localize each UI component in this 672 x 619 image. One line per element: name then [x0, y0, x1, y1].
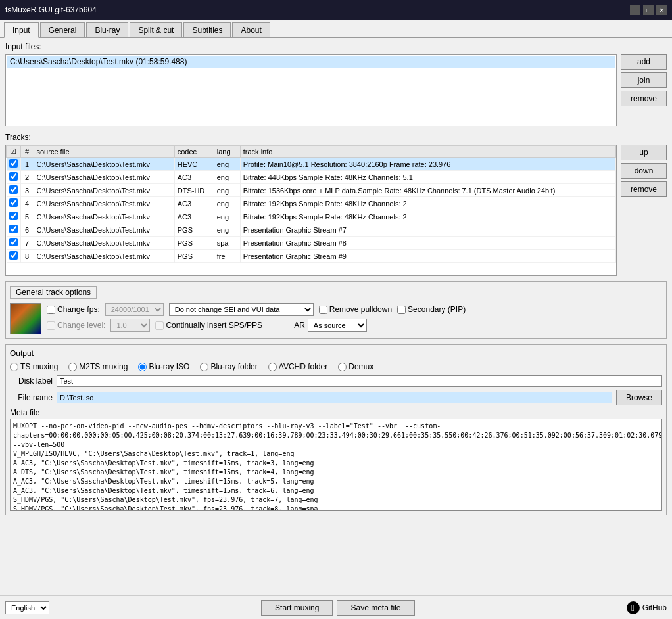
main-tabs: Input General Blu-ray Split & cut Subtit… — [0, 20, 672, 38]
col-check: ☑ — [7, 146, 21, 158]
row-num: 8 — [20, 250, 34, 263]
row-source: C:\Users\Sascha\Desktop\Test.mkv — [34, 184, 174, 197]
row-check[interactable] — [7, 223, 21, 237]
row-info: Presentation Graphic Stream #7 — [240, 223, 615, 237]
tab-subtitles[interactable]: Subtitles — [183, 22, 231, 37]
tab-input[interactable]: Input — [4, 22, 39, 38]
row-num: 1 — [20, 158, 34, 171]
tab-split-cut[interactable]: Split & cut — [130, 22, 182, 37]
tracks-table-container[interactable]: ☑ # source file codec lang track info 1 … — [5, 145, 617, 276]
tab-general[interactable]: General — [40, 22, 85, 37]
up-button[interactable]: up — [621, 145, 667, 160]
row-codec: HEVC — [174, 158, 214, 171]
fps-select[interactable]: 24000/1001 — [105, 303, 164, 316]
maximize-button[interactable]: □ — [643, 5, 654, 15]
tracks-layout: ☑ # source file codec lang track info 1 … — [5, 145, 667, 276]
row-info: Presentation Graphic Stream #9 — [240, 250, 615, 263]
secondary-pip-label[interactable]: Secondary (PIP) — [397, 305, 466, 314]
row-info: Bitrate: 192Kbps Sample Rate: 48KHz Chan… — [240, 210, 615, 223]
row-check[interactable] — [7, 210, 21, 223]
mode-bluray-iso-radio[interactable] — [138, 363, 147, 371]
mode-demux[interactable]: Demux — [338, 362, 373, 371]
output-title: Output — [10, 349, 662, 358]
row-lang: eng — [214, 223, 240, 237]
close-button[interactable]: ✕ — [656, 5, 667, 15]
add-button[interactable]: add — [621, 54, 667, 70]
change-fps-checkbox[interactable] — [47, 306, 55, 314]
input-files-label: Input files: — [5, 42, 667, 51]
row-lang: eng — [214, 210, 240, 223]
remove-pulldown-label[interactable]: Remove pulldown — [319, 305, 392, 314]
tab-bluray[interactable]: Blu-ray — [86, 22, 128, 37]
table-row[interactable]: 4 C:\Users\Sascha\Desktop\Test.mkv AC3 e… — [7, 197, 616, 210]
level-row: Change level: 1.0 Continually insert SPS… — [47, 319, 662, 332]
remove-track-button[interactable]: remove — [621, 181, 667, 197]
mode-m2ts-radio[interactable] — [68, 363, 77, 371]
row-lang: eng — [214, 184, 240, 197]
input-layout: C:\Users\Sascha\Desktop\Test.mkv (01:58:… — [5, 54, 667, 129]
options-title: General track options — [10, 286, 97, 299]
file-name-input[interactable] — [57, 392, 612, 403]
down-button[interactable]: down — [621, 163, 667, 179]
row-source: C:\Users\Sascha\Desktop\Test.mkv — [34, 250, 174, 263]
table-row[interactable]: 3 C:\Users\Sascha\Desktop\Test.mkv DTS-H… — [7, 184, 616, 197]
change-level-checkbox[interactable] — [47, 321, 55, 330]
continually-sps-checkbox[interactable] — [155, 321, 164, 330]
table-row[interactable]: 8 C:\Users\Sascha\Desktop\Test.mkv PGS f… — [7, 250, 616, 263]
mode-bluray-folder[interactable]: Blu-ray folder — [200, 362, 257, 371]
sei-vui-select[interactable]: Do not change SEI and VUI data — [169, 303, 314, 316]
language-select[interactable]: English — [5, 601, 49, 614]
row-check[interactable] — [7, 171, 21, 184]
mode-avchd-radio[interactable] — [268, 363, 277, 371]
mode-demux-radio[interactable] — [338, 363, 347, 371]
row-check[interactable] — [7, 250, 21, 263]
table-row[interactable]: 5 C:\Users\Sascha\Desktop\Test.mkv AC3 e… — [7, 210, 616, 223]
file-name-row: File name Browse — [10, 390, 662, 405]
row-check[interactable] — [7, 184, 21, 197]
row-num: 2 — [20, 171, 34, 184]
join-button[interactable]: join — [621, 72, 667, 88]
secondary-pip-checkbox[interactable] — [397, 306, 406, 314]
row-codec: AC3 — [174, 197, 214, 210]
remove-pulldown-checkbox[interactable] — [319, 306, 327, 314]
row-source: C:\Users\Sascha\Desktop\Test.mkv — [34, 158, 174, 171]
row-check[interactable] — [7, 197, 21, 210]
file-entry[interactable]: C:\Users\Sascha\Desktop\Test.mkv (01:58:… — [7, 56, 615, 68]
continually-sps-label[interactable]: Continually insert SPS/PPS — [155, 321, 262, 330]
row-lang: eng — [214, 171, 240, 184]
meta-content[interactable]: MUXOPT --no-pcr-on-video-pid --new-audio… — [10, 419, 662, 511]
table-row[interactable]: 7 C:\Users\Sascha\Desktop\Test.mkv PGS s… — [7, 237, 616, 250]
disk-label-row: Disk label — [10, 375, 662, 387]
window-title: tsMuxeR GUI git-637b604 — [5, 5, 97, 14]
tab-about[interactable]: About — [232, 22, 270, 37]
row-codec: AC3 — [174, 210, 214, 223]
bottom-buttons: Start muxing Save meta file — [261, 600, 414, 616]
row-source: C:\Users\Sascha\Desktop\Test.mkv — [34, 237, 174, 250]
github-label: GitHub — [642, 603, 667, 612]
input-files-area[interactable]: C:\Users\Sascha\Desktop\Test.mkv (01:58:… — [5, 54, 617, 126]
output-section: Output TS muxing M2TS muxing Blu-ray ISO… — [5, 344, 667, 515]
level-select[interactable]: 1.0 — [110, 319, 150, 332]
mode-m2ts[interactable]: M2TS muxing — [68, 362, 128, 371]
file-name-label: File name — [10, 393, 53, 402]
ar-select[interactable]: As source — [308, 319, 367, 332]
mode-ts[interactable]: TS muxing — [10, 362, 58, 371]
start-mux-button[interactable]: Start muxing — [261, 600, 333, 616]
save-meta-button[interactable]: Save meta file — [337, 600, 414, 616]
remove-file-button[interactable]: remove — [621, 91, 667, 106]
row-info: Profile: Main10@5.1 Resolution: 3840:216… — [240, 158, 615, 171]
change-level-label[interactable]: Change level: — [47, 321, 105, 330]
table-row[interactable]: 2 C:\Users\Sascha\Desktop\Test.mkv AC3 e… — [7, 171, 616, 184]
change-fps-label[interactable]: Change fps: — [47, 305, 100, 314]
browse-button[interactable]: Browse — [616, 390, 662, 405]
mode-bluray-iso[interactable]: Blu-ray ISO — [138, 362, 189, 371]
table-row[interactable]: 6 C:\Users\Sascha\Desktop\Test.mkv PGS e… — [7, 223, 616, 237]
table-row[interactable]: 1 C:\Users\Sascha\Desktop\Test.mkv HEVC … — [7, 158, 616, 171]
mode-avchd[interactable]: AVCHD folder — [268, 362, 327, 371]
disk-label-input[interactable] — [57, 375, 662, 387]
row-check[interactable] — [7, 237, 21, 250]
row-check[interactable] — [7, 158, 21, 171]
minimize-button[interactable]: — — [630, 5, 640, 15]
mode-bluray-folder-radio[interactable] — [200, 363, 208, 371]
mode-ts-radio[interactable] — [10, 363, 18, 371]
